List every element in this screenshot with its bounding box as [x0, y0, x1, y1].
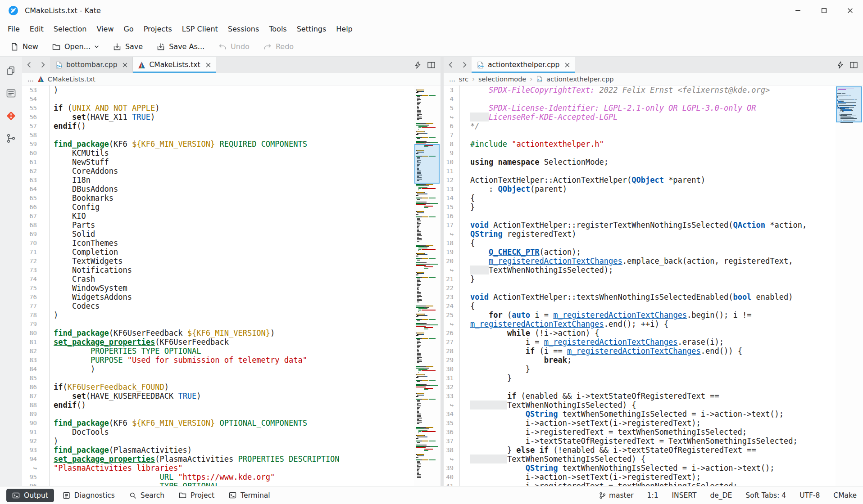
minimap-viewport[interactable]: [414, 144, 440, 184]
diagnostics-icon: [63, 492, 70, 499]
history-back-button[interactable]: [22, 57, 36, 73]
breadcrumb-file[interactable]: CMakeLists.txt: [48, 76, 95, 83]
encoding-indicator[interactable]: UTF-8: [799, 491, 820, 500]
line-number: 95: [22, 472, 49, 482]
close-icon[interactable]: [123, 63, 127, 68]
chevron-right-icon: ›: [530, 75, 532, 83]
minimap-line: [416, 270, 440, 271]
search-panel-button[interactable]: Search: [123, 489, 170, 502]
minimap-scrollbar[interactable]: [414, 86, 441, 486]
history-forward-button[interactable]: [458, 57, 472, 73]
minimap-line: [416, 316, 440, 317]
minimap-line: [416, 98, 440, 99]
breadcrumb-file[interactable]: actiontexthelper.cpp: [546, 76, 613, 83]
minimap-line: [416, 339, 440, 340]
minimap-viewport[interactable]: [836, 86, 862, 122]
close-icon[interactable]: [206, 63, 211, 68]
maximize-button[interactable]: [811, 0, 837, 21]
output-panel-button[interactable]: Output: [6, 489, 54, 502]
menu-selection[interactable]: Selection: [49, 22, 92, 36]
quick-open-icon[interactable]: [414, 61, 421, 69]
minimap-scrollbar[interactable]: [836, 86, 863, 486]
tab-width-indicator[interactable]: Soft Tabs: 4: [745, 491, 786, 500]
code-line: Crash: [54, 274, 414, 284]
tab-label: bottombar.cpp: [66, 61, 117, 69]
tab-bottombar-cpp[interactable]: C++ bottombar.cpp: [50, 57, 133, 73]
minimap-line: [416, 112, 440, 113]
menu-lsp-client[interactable]: LSP Client: [177, 22, 223, 36]
minimap-line: [416, 257, 440, 258]
history-forward-button[interactable]: [36, 57, 50, 73]
menu-settings[interactable]: Settings: [292, 22, 332, 36]
code-line: }: [470, 364, 836, 374]
minimap-line: [416, 276, 440, 277]
minimap-line: [416, 104, 440, 105]
breadcrumb-dir[interactable]: selectionmode: [478, 76, 526, 83]
open-button[interactable]: Open...: [47, 40, 104, 54]
pane-splitter[interactable]: [441, 57, 444, 486]
menu-help[interactable]: Help: [331, 22, 357, 36]
new-document-button[interactable]: New: [5, 40, 43, 54]
code-line: ): [54, 86, 414, 94]
menu-sessions[interactable]: Sessions: [223, 22, 264, 36]
svg-text:C++: C++: [478, 64, 483, 68]
minimap-line: [416, 431, 440, 432]
minimap-line: [416, 389, 440, 390]
breadcrumb-more[interactable]: ...: [449, 76, 455, 83]
code-line: TextWhenNothingIsSelected);: [470, 266, 836, 274]
minimap-line: [416, 392, 440, 393]
quick-open-icon[interactable]: [837, 61, 844, 69]
close-button[interactable]: [837, 0, 863, 21]
minimap-line: [416, 212, 440, 213]
diagnostics-panel-button[interactable]: Diagnostics: [57, 489, 121, 502]
minimap-line: [416, 238, 440, 239]
menu-tools[interactable]: Tools: [264, 22, 291, 36]
minimap-line: [416, 292, 440, 293]
text-editor-left[interactable]: 5354555657585960616263646566676869707172…: [22, 86, 441, 486]
code-line: PURPOSE "Used for submission of telemetr…: [54, 356, 414, 364]
code-line: }: [470, 274, 836, 284]
line-number: 76: [22, 292, 49, 302]
line-number: 9: [444, 148, 459, 158]
dock-documents-button[interactable]: [4, 63, 19, 78]
menu-projects[interactable]: Projects: [139, 22, 177, 36]
code-area[interactable]: )if (UNIX AND NOT APPLE) set(HAVE_X11 TR…: [50, 86, 414, 486]
breadcrumb-more[interactable]: ...: [27, 76, 34, 83]
git-branch-indicator[interactable]: master: [599, 491, 634, 500]
dictionary-indicator[interactable]: de_DE: [710, 491, 732, 500]
code-line: [470, 284, 836, 292]
menu-edit[interactable]: Edit: [25, 22, 49, 36]
text-editor-right[interactable]: 345↪67891011121314151617↪181920↪21222324…: [444, 86, 863, 486]
syntax-mode-indicator[interactable]: CMake: [833, 491, 857, 500]
dock-filelist-button[interactable]: [4, 86, 19, 101]
project-panel-button[interactable]: Project: [173, 489, 220, 502]
minimap-line: [416, 377, 440, 378]
save-as-button[interactable]: Save As...: [152, 40, 209, 54]
code-line: i->registeredText = textWhenNothingIsSel…: [470, 482, 836, 486]
menu-file[interactable]: File: [3, 22, 25, 36]
split-view-icon[interactable]: [850, 62, 858, 68]
split-view-icon[interactable]: [427, 62, 435, 68]
tab-cmakelists-txt[interactable]: CMakeLists.txt: [133, 57, 216, 73]
code-area[interactable]: SPDX-FileCopyrightText: 2022 Felix Ernst…: [460, 86, 836, 486]
cursor-position-indicator[interactable]: 1:1: [647, 491, 659, 500]
minimize-button[interactable]: [785, 0, 811, 21]
dock-symbols-button[interactable]: [4, 130, 19, 146]
minimap-line: [416, 243, 440, 244]
menu-go[interactable]: Go: [118, 22, 138, 36]
tab-actiontexthelper-cpp[interactable]: C++ actiontexthelper.cpp: [472, 57, 575, 73]
input-mode-indicator[interactable]: INSERT: [672, 491, 697, 500]
dock-git-button[interactable]: [4, 108, 19, 123]
close-icon[interactable]: [565, 63, 570, 68]
redo-button[interactable]: Redo: [259, 40, 298, 54]
terminal-panel-button[interactable]: Terminal: [223, 489, 276, 502]
minimap-line: [416, 395, 440, 396]
menu-view[interactable]: View: [92, 22, 119, 36]
minimap-line: [416, 464, 440, 464]
line-number: 7: [444, 130, 459, 140]
save-button[interactable]: Save: [108, 40, 147, 54]
undo-button[interactable]: Undo: [213, 40, 254, 54]
minimap-line: [416, 235, 440, 236]
breadcrumb-dir[interactable]: src: [459, 76, 468, 83]
history-back-button[interactable]: [444, 57, 458, 73]
